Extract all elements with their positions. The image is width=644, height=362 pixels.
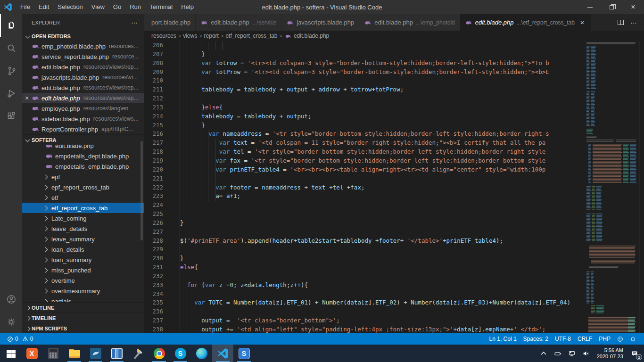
code-editor[interactable]: 206207}208var totrow = '<tr><td colspan=… (144, 41, 585, 333)
line-number[interactable]: 212 (144, 94, 173, 103)
code-line[interactable]: 229 (144, 245, 585, 254)
open-editor-item[interactable]: emp_photoid.blade.phpresources... (22, 41, 144, 51)
account-icon[interactable] (0, 288, 22, 311)
dev-tools-icon[interactable] (127, 345, 149, 362)
status-ln-1-col-1[interactable]: Ln 1, Col 1 (486, 333, 520, 345)
menu-terminal[interactable]: Terminal (145, 0, 177, 14)
menu-go[interactable]: Go (109, 0, 125, 14)
line-number[interactable]: 227 (144, 228, 173, 237)
line-number[interactable]: 224 (144, 201, 173, 210)
tab-edit.blade.php[interactable]: edit.blade.php...\service (196, 14, 281, 31)
tab-edit.blade.php[interactable]: edit.blade.php...\etf_report_cross_tab× (460, 14, 591, 31)
code-line[interactable]: 221 (144, 174, 585, 183)
table-app-icon[interactable] (106, 345, 127, 362)
code-line[interactable]: 217var text = '<td colspan = 11 style="b… (144, 139, 585, 148)
menu-file[interactable]: File (16, 0, 34, 14)
calculator-icon[interactable] (42, 345, 64, 362)
tree-item-loan_details[interactable]: loan_details (22, 244, 144, 255)
open-editor-item[interactable]: sidebar.blade.phpresources\views... (22, 114, 144, 124)
panel-npm-scripts[interactable]: NPM SCRIPTS (22, 323, 144, 333)
line-number[interactable]: 226 (144, 219, 173, 228)
line-number[interactable]: 225 (144, 210, 173, 219)
s-app-icon[interactable]: S (233, 345, 255, 362)
line-number[interactable]: 223 (144, 192, 173, 201)
tree-item-Late_coming[interactable]: Late_coming (22, 213, 144, 223)
code-line[interactable]: 224 (144, 201, 585, 210)
code-line[interactable]: 227 (144, 228, 585, 237)
search-icon[interactable] (0, 37, 22, 59)
network-icon[interactable] (565, 345, 579, 362)
line-number[interactable]: 208 (144, 59, 173, 68)
breadcrumb-item[interactable]: etf_report_cross_tab (225, 33, 277, 39)
edge-icon[interactable] (191, 345, 212, 362)
sidebar-scrollbar[interactable] (140, 141, 143, 240)
menu-edit[interactable]: Edit (34, 0, 53, 14)
code-line[interactable]: 206 (144, 41, 585, 50)
code-line[interactable]: 223a= a+1; (144, 192, 585, 201)
line-number[interactable]: 218 (144, 148, 173, 156)
line-number[interactable]: 233 (144, 281, 173, 290)
line-number[interactable]: 214 (144, 112, 173, 121)
open-editor-item[interactable]: service_report.blade.phpresource... (22, 51, 144, 62)
code-line[interactable]: 210 (144, 76, 585, 85)
tree-item-leave_summary[interactable]: leave_summary (22, 234, 144, 244)
code-line[interactable]: 209var totProw = '<tr><td colspan=3 styl… (144, 68, 585, 77)
code-line[interactable]: 234 (144, 290, 585, 299)
tree-item-edit.blade.php[interactable]: edit.blade.php (22, 145, 144, 151)
tab-edit.blade.php[interactable]: edit.blade.php...\emp_photoid (359, 14, 460, 31)
line-number[interactable]: 231 (144, 263, 173, 272)
tree-item-etf_report_cross_tab[interactable]: etf_report_cross_tab (22, 203, 144, 213)
line-number[interactable]: 238 (144, 325, 173, 333)
mysql-workbench-icon[interactable] (85, 345, 106, 362)
volume-muted-icon[interactable] (579, 345, 593, 362)
taskbar-clock[interactable]: 5:56 AM 2020-07-23 (593, 347, 627, 360)
line-number[interactable]: 216 (144, 130, 173, 139)
code-line[interactable]: 226} (144, 219, 585, 228)
code-line[interactable]: 238output += '<td align="left" style="pa… (144, 325, 585, 333)
status-utf-8[interactable]: UTF-8 (552, 333, 574, 345)
open-editor-item[interactable]: edit.blade.phpresources\views\rep... (22, 82, 144, 93)
tree-item-leave_details[interactable]: leave_details (22, 223, 144, 234)
editor-scrollbar[interactable] (639, 41, 644, 333)
code-line[interactable]: 225 (144, 210, 585, 219)
code-line[interactable]: 207} (144, 50, 585, 59)
code-line[interactable]: 236 (144, 307, 585, 316)
code-line[interactable]: 230} (144, 254, 585, 263)
tab-close-icon[interactable]: × (578, 18, 586, 26)
notification-center-icon[interactable]: 2 (627, 345, 644, 362)
line-number[interactable]: 206 (144, 41, 173, 50)
tree-item-empdetails_dept.blade.php[interactable]: empdetails_dept.blade.php (22, 151, 144, 161)
code-line[interactable]: 214tablebody = tablebody + output; (144, 112, 585, 121)
tree-item-overtimesummary[interactable]: overtimesummary (22, 286, 144, 296)
explorer-icon[interactable] (0, 14, 22, 37)
tab-port.blade.php[interactable]: port.blade.php (144, 14, 196, 31)
code-line[interactable]: 212 (144, 94, 585, 103)
minimize-button[interactable] (579, 0, 601, 14)
editor-more-actions-icon[interactable]: ··· (627, 19, 640, 26)
open-editor-item[interactable]: edit.blade.phpresources\views\rep... (22, 62, 144, 72)
power-battery-icon[interactable] (551, 345, 565, 362)
run-debug-icon[interactable] (0, 82, 22, 105)
line-number[interactable]: 235 (144, 298, 173, 307)
panel-outline[interactable]: OUTLINE (22, 302, 144, 313)
open-editor-item[interactable]: employee.phpresources\lang\en (22, 103, 144, 114)
tree-item-empdetails_emp.blade.php[interactable]: empdetails_emp.blade.php (22, 161, 144, 172)
code-line[interactable]: 208var totrow = '<tr><td colspan=3 style… (144, 59, 585, 68)
code-line[interactable]: 222var footer = nameaddress + text +tel … (144, 183, 585, 192)
tab-javascripts.blade.php[interactable]: javascripts.blade.php (281, 14, 359, 31)
line-number[interactable]: 222 (144, 183, 173, 192)
start-button[interactable] (0, 345, 21, 362)
tray-expand-icon[interactable] (537, 345, 551, 362)
line-number[interactable]: 221 (144, 174, 173, 183)
code-line[interactable]: 233for (var z =0; z<data.length;z++){ (144, 281, 585, 290)
line-number[interactable]: 209 (144, 68, 173, 77)
line-number[interactable]: 237 (144, 316, 173, 325)
line-number[interactable]: 234 (144, 290, 173, 299)
line-number[interactable]: 230 (144, 254, 173, 263)
status-php[interactable]: PHP (595, 333, 614, 345)
status-spaces-2[interactable]: Spaces: 2 (520, 333, 552, 345)
minimap[interactable] (585, 41, 639, 333)
code-line[interactable]: 235var TOTC = Number(data[z].ETF_01) + N… (144, 298, 585, 307)
breadcrumb-item[interactable]: edit.blade.php (284, 33, 329, 39)
tree-item-partials[interactable]: partials (22, 296, 144, 302)
